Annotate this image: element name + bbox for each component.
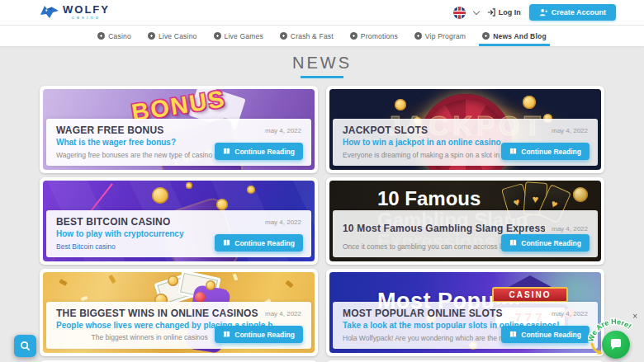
continue-reading-button[interactable]: Continue Reading xyxy=(501,143,590,160)
news-card-grid: BONUS 1.000.000 WAGER FREE BONUS may 4, … xyxy=(40,86,604,362)
news-card-best-bitcoin-casino[interactable]: BEST BITCOIN CASINO may 4, 2022 How to p… xyxy=(40,177,318,265)
nav-item-live-games[interactable]: Live Games xyxy=(214,26,263,46)
brand-name: WOLFY xyxy=(63,4,110,15)
create-account-label: Create Account xyxy=(552,8,606,16)
language-flag-uk[interactable] xyxy=(453,7,466,19)
continue-reading-button[interactable]: Continue Reading xyxy=(215,326,303,343)
sign-in-icon xyxy=(487,8,495,16)
vip-program-icon xyxy=(414,32,422,40)
main-navigation: Casino Live Casino Live Games Crash & Fa… xyxy=(0,25,644,46)
card-title: MOST POPULAR ONLINE SLOTS xyxy=(343,308,503,319)
news-card-jackpot-slots[interactable]: JACKPOT JACKPOT SLOTS may 4, 2022 How to… xyxy=(326,86,604,173)
live-games-icon xyxy=(214,32,221,40)
card-excerpt: Everyone is dreaming of making a spin on… xyxy=(343,151,507,159)
search-button[interactable] xyxy=(14,335,36,357)
card-info-panel: BEST BITCOIN CASINO may 4, 2022 How to p… xyxy=(46,210,311,257)
card-info-panel: WAGER FREE BONUS may 4, 2022 What is the… xyxy=(46,119,311,166)
button-label: Continue Reading xyxy=(521,331,581,339)
button-label: Continue Reading xyxy=(234,239,295,247)
chat-bubble-icon xyxy=(609,338,623,351)
page-title: NEWS xyxy=(0,54,644,73)
card-title: WAGER FREE BONUS xyxy=(56,125,164,136)
nav-label: Vip Program xyxy=(425,32,466,40)
top-header: WOLFY casino Log In Create Account xyxy=(0,0,644,25)
person-plus-icon xyxy=(539,8,547,16)
chat-bubble-button[interactable] xyxy=(602,331,630,359)
card-date: may 4, 2022 xyxy=(258,310,301,317)
news-card-most-popular-slots[interactable]: Most Popular CASINO 777 MOST POPULAR ONL… xyxy=(326,269,604,356)
wolfy-logo[interactable]: WOLFY casino xyxy=(40,4,110,21)
nav-label: Casino xyxy=(108,32,131,40)
news-page: NEWS BONUS 1.000.000 WAGER FREE BONUS ma… xyxy=(0,46,644,362)
news-card-biggest-wins[interactable]: THE BIGGEST WINS IN ONLINE CASINOS may 4… xyxy=(40,269,318,356)
wolf-icon xyxy=(40,4,59,21)
card-excerpt: Wagering free bonuses are the new type o… xyxy=(56,151,220,159)
card-date: may 4, 2022 xyxy=(258,127,301,134)
nav-label: Promotions xyxy=(361,32,398,40)
card-title: JACKPOT SLOTS xyxy=(343,125,428,136)
book-icon xyxy=(509,148,517,155)
card-excerpt: Hola Wolfypack! Are you wondering which … xyxy=(343,334,507,342)
slang-graphic-line1: 10 Famous xyxy=(377,187,481,210)
continue-reading-button[interactable]: Continue Reading xyxy=(501,326,590,343)
book-icon xyxy=(509,239,517,247)
card-date: may 4, 2022 xyxy=(545,310,588,317)
card-info-panel: THE BIGGEST WINS IN ONLINE CASINOS may 4… xyxy=(46,302,311,349)
book-icon xyxy=(223,239,230,247)
nav-label: Live Casino xyxy=(159,32,197,40)
arrow-icon xyxy=(590,342,603,357)
nav-item-live-casino[interactable]: Live Casino xyxy=(148,26,197,46)
nav-item-promotions[interactable]: Promotions xyxy=(350,26,398,46)
login-label: Log In xyxy=(499,8,521,16)
card-title: BEST BITCOIN CASINO xyxy=(56,216,170,228)
crash-fast-icon xyxy=(280,32,287,40)
card-title: 10 Most Famous Gambling Slang Expressi..… xyxy=(343,223,545,234)
button-label: Continue Reading xyxy=(234,331,295,339)
search-icon xyxy=(20,341,31,351)
chevron-down-icon[interactable] xyxy=(473,7,480,14)
create-account-button[interactable]: Create Account xyxy=(529,4,616,21)
nav-item-casino[interactable]: Casino xyxy=(97,26,131,46)
card-title: THE BIGGEST WINS IN ONLINE CASINOS xyxy=(56,308,258,319)
card-excerpt: Once it comes to gambling you can come a… xyxy=(343,242,507,251)
nav-label: News And Blog xyxy=(493,32,547,40)
live-chat-widget[interactable]: × We Are Here! xyxy=(588,313,641,362)
card-date: may 4, 2022 xyxy=(545,225,588,233)
card-date: may 4, 2022 xyxy=(258,219,301,226)
news-blog-icon xyxy=(482,32,490,40)
continue-reading-button[interactable]: Continue Reading xyxy=(215,143,303,160)
card-excerpt-link[interactable]: Best Bitcoin casino xyxy=(56,242,116,251)
card-info-panel: JACKPOT SLOTS may 4, 2022 How to win a j… xyxy=(333,119,598,166)
card-info-panel: MOST POPULAR ONLINE SLOTS may 4, 2022 Ta… xyxy=(333,302,598,349)
nav-label: Crash & Fast xyxy=(291,32,334,40)
continue-reading-button[interactable]: Continue Reading xyxy=(501,234,590,252)
promotions-icon xyxy=(350,32,358,40)
news-card-wager-free-bonus[interactable]: BONUS 1.000.000 WAGER FREE BONUS may 4, … xyxy=(40,86,318,173)
card-date: may 4, 2022 xyxy=(545,127,588,134)
title-underline xyxy=(301,76,343,78)
nav-label: Live Games xyxy=(225,32,263,40)
book-icon xyxy=(223,148,230,155)
continue-reading-button[interactable]: Continue Reading xyxy=(215,234,303,252)
news-card-gambling-slang[interactable]: 10 Famous Gambling Slang Expressions ♥ ♥… xyxy=(326,177,604,265)
nav-item-crash-fast[interactable]: Crash & Fast xyxy=(280,26,334,46)
button-label: Continue Reading xyxy=(521,239,581,247)
live-casino-icon xyxy=(148,32,155,40)
login-button[interactable]: Log In xyxy=(487,8,521,16)
casino-icon xyxy=(97,32,105,40)
button-label: Continue Reading xyxy=(234,148,295,156)
casino-sign-text: CASINO xyxy=(492,287,568,303)
nav-item-vip-program[interactable]: Vip Program xyxy=(414,26,466,46)
nav-item-news-and-blog[interactable]: News And Blog xyxy=(482,26,547,46)
book-icon xyxy=(223,331,230,338)
card-info-panel: 10 Most Famous Gambling Slang Expressi..… xyxy=(333,210,598,257)
brand-subtitle: casino xyxy=(63,16,110,21)
button-label: Continue Reading xyxy=(521,148,581,156)
book-icon xyxy=(509,331,517,338)
